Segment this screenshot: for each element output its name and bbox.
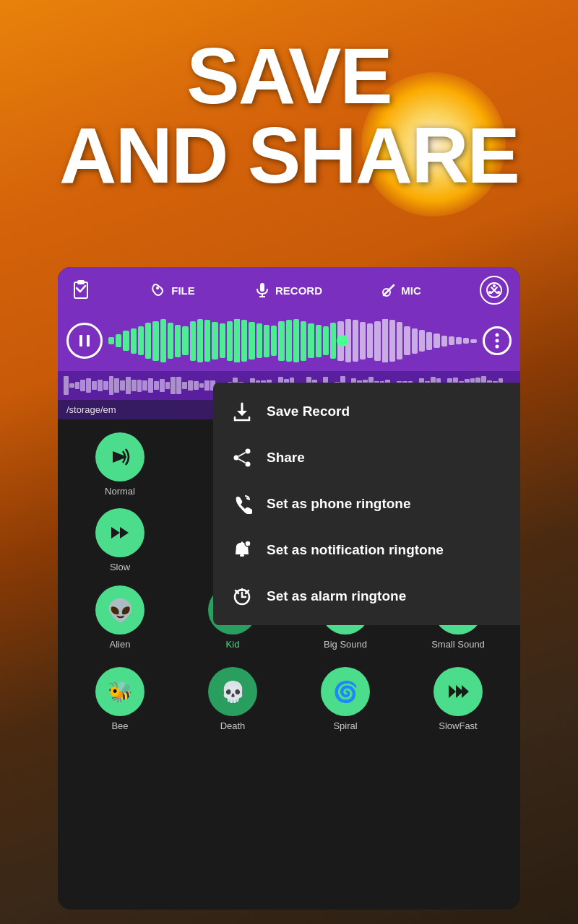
effect-slow[interactable]: Slow [64, 502, 176, 578]
svg-point-11 [497, 291, 500, 294]
effects-row3: 🐝 Bee 💀 Death 🌀 Spiral SlowFast [58, 661, 520, 743]
spiral-label: Spiral [333, 720, 357, 731]
phone-ringtone-label: Set as phone ringtone [267, 496, 411, 512]
waveform[interactable] [108, 319, 477, 362]
small-sound-label: Small Sound [431, 639, 485, 650]
svg-point-32 [245, 541, 251, 546]
app-panel: FILE RECORD MIC [58, 267, 520, 910]
phone-ringtone-item[interactable]: Set as phone ringtone [213, 481, 520, 527]
phone-ringtone-icon [230, 492, 254, 515]
alien-label: Alien [110, 639, 131, 650]
death-button[interactable]: 💀 [208, 667, 257, 716]
title-line2: AND SHARE [0, 116, 578, 195]
notification-ringtone-label: Set as notification ringtone [267, 542, 444, 558]
svg-marker-18 [111, 527, 120, 539]
spiral-button[interactable]: 🌀 [321, 667, 370, 716]
mic-button[interactable]: MIC [381, 282, 421, 298]
dropdown-menu: Save Record Share [213, 383, 520, 625]
progress-indicator [337, 335, 348, 346]
svg-marker-19 [120, 527, 129, 539]
notification-ringtone-icon [230, 539, 254, 562]
effect-death[interactable]: 💀 Death [176, 661, 289, 737]
effect-normal[interactable]: Normal [64, 427, 176, 502]
file-button[interactable]: FILE [151, 282, 195, 298]
mic-label: MIC [401, 284, 421, 297]
save-record-label: Save Record [267, 404, 350, 419]
waveform-bars [108, 319, 477, 362]
effect-alien[interactable]: 👽 Alien [64, 580, 176, 655]
title-area: SAVE AND SHARE [0, 36, 578, 195]
effect-slowfast[interactable]: SlowFast [402, 661, 514, 737]
slowfast-label: SlowFast [439, 720, 477, 731]
svg-marker-24 [462, 685, 469, 698]
file-label: FILE [171, 284, 195, 297]
record-button[interactable]: RECORD [254, 282, 322, 299]
title-line1: SAVE [0, 36, 578, 116]
svg-marker-22 [449, 685, 456, 698]
effect-spiral[interactable]: 🌀 Spiral [289, 661, 402, 737]
share-item[interactable]: Share [213, 435, 520, 481]
storage-path-text: /storage/em [66, 404, 116, 415]
svg-point-28 [234, 456, 239, 461]
kid-label: Kid [226, 639, 240, 650]
svg-rect-31 [240, 554, 244, 557]
death-label: Death [220, 720, 246, 731]
svg-point-2 [156, 287, 159, 289]
alarm-ringtone-item[interactable]: Set as alarm ringtone [213, 573, 520, 619]
svg-point-26 [246, 449, 251, 454]
alarm-ringtone-icon [230, 585, 254, 608]
svg-line-30 [239, 459, 246, 463]
big-sound-label: Big Sound [324, 639, 367, 650]
waveform-area [58, 313, 520, 371]
slow-label: Slow [110, 562, 130, 572]
svg-point-10 [488, 291, 491, 294]
normal-label: Normal [105, 486, 135, 497]
svg-rect-13 [87, 335, 90, 346]
header-bar: FILE RECORD MIC [58, 267, 520, 313]
slowfast-button[interactable] [434, 667, 483, 716]
svg-point-9 [493, 284, 496, 287]
svg-rect-3 [260, 283, 264, 292]
notification-ringtone-item[interactable]: Set as notification ringtone [213, 527, 520, 573]
bee-button[interactable]: 🐝 [95, 667, 144, 716]
svg-point-27 [246, 462, 251, 467]
share-icon [230, 446, 254, 469]
normal-button[interactable] [95, 432, 144, 481]
more-options-button[interactable] [483, 326, 512, 355]
svg-marker-25 [237, 411, 247, 416]
save-record-item[interactable]: Save Record [213, 388, 520, 435]
svg-point-14 [496, 334, 499, 337]
alarm-ringtone-label: Set as alarm ringtone [267, 588, 406, 604]
effect-bee[interactable]: 🐝 Bee [64, 661, 176, 737]
record-label: RECORD [275, 284, 322, 297]
svg-line-29 [239, 453, 246, 456]
slow-button[interactable] [95, 508, 144, 557]
pause-button[interactable] [66, 323, 103, 359]
svg-point-15 [496, 339, 499, 343]
bee-label: Bee [111, 720, 128, 731]
svg-rect-12 [79, 335, 82, 346]
svg-point-16 [496, 345, 499, 349]
save-record-icon [230, 400, 254, 423]
alien-button[interactable]: 👽 [95, 585, 144, 635]
share-label: Share [267, 450, 305, 466]
tools-button[interactable] [480, 276, 509, 305]
clipboard-icon[interactable] [69, 279, 92, 302]
